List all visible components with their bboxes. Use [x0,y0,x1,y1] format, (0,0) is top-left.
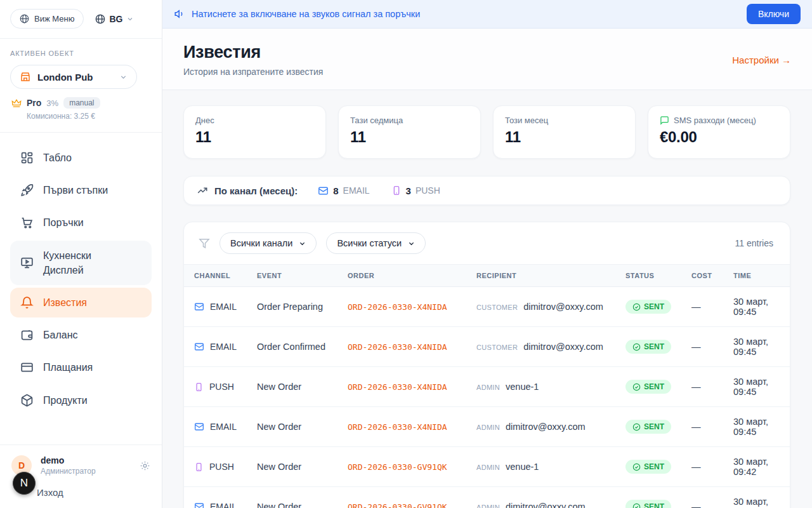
bell-icon [20,296,34,309]
sidebar-item-balance[interactable]: Баланс [10,320,152,350]
order-number[interactable]: ORD-2026-0330-X4NIDA [348,342,447,352]
event-cell: New Order [247,447,337,487]
nextjs-dev-badge[interactable]: N [13,472,36,495]
recipient-type: CUSTOMER [476,304,518,311]
table-row[interactable]: EMAIL New Order ORD-2026-0330-GV91QK ADM… [184,487,790,508]
email-count: 8 [333,185,338,196]
chevron-down-icon [126,15,134,23]
order-number[interactable]: ORD-2026-0330-X4NIDA [348,422,447,432]
settings-link[interactable]: Настройки → [732,55,791,65]
recipient-value: dimitrov@oxxy.com [523,342,603,352]
stat-label: Този месец [505,116,624,125]
message-square-icon [660,116,669,125]
sidebar: Виж Меню BG АКТИВЕН ОБЕКТ London Pub [0,0,162,508]
recipient-type: ADMIN [476,504,500,508]
event-cell: New Order [247,367,337,407]
content: Днес 11 Тази седмица 11 Този месец 11 [162,90,812,508]
sidebar-item-label: Първи стъпки [43,183,108,197]
order-number[interactable]: ORD-2026-0330-GV91QK [348,462,447,472]
venue-select[interactable]: London Pub [10,65,137,89]
stat-label: Тази седмица [350,116,469,125]
view-menu-label: Виж Меню [34,14,74,23]
view-menu-button[interactable]: Виж Меню [10,9,84,29]
recipient-value: venue-1 [506,382,539,392]
stat-value: 11 [195,128,314,146]
status-filter-select[interactable]: Всички статуси [326,232,426,254]
user-name: demo [41,455,131,465]
check-circle-icon [632,503,641,508]
plan-row: Pro 3% manual [11,97,152,109]
chevron-down-icon [299,240,306,247]
channel-label: PUSH [209,462,234,472]
sound-banner[interactable]: Натиснете за включване на звуков сигнал … [162,0,812,29]
sidebar-item-first-steps[interactable]: Първи стъпки [10,175,152,205]
sidebar-item-products[interactable]: Продукти [10,385,152,415]
enable-sound-button[interactable]: Включи [747,4,801,24]
sidebar-item-notifications[interactable]: Известия [10,288,152,318]
table-row[interactable]: EMAIL Order Preparing ORD-2026-0330-X4NI… [184,287,790,327]
page-subtitle: История на изпратените известия [183,67,732,77]
recipient-value: dimitrov@oxxy.com [523,302,603,312]
user-role: Администратор [41,467,131,476]
language-selector[interactable]: BG [95,14,134,24]
status-filter-value: Всички статуси [337,238,402,248]
sidebar-item-label: Баланс [43,328,77,342]
rocket-icon [20,184,34,197]
active-object-label: АКТИВЕН ОБЕКТ [10,50,152,57]
sidebar-item-label: Кухненски Дисплей [43,248,113,277]
dashboard-grid-icon [20,151,34,164]
check-circle-icon [632,463,641,471]
time-cell: 30 март, 09:45 [723,367,790,407]
table-body: EMAIL Order Preparing ORD-2026-0330-X4NI… [184,287,790,508]
status-badge: SENT [625,380,671,394]
cost-cell: — [681,287,723,327]
mail-icon [318,185,329,196]
smartphone-icon [194,462,204,472]
entries-count: 11 entries [735,238,780,248]
email-channel-stat: 8 EMAIL [318,185,369,196]
check-circle-icon [632,303,641,311]
table-row[interactable]: PUSH New Order ORD-2026-0330-GV91QK ADMI… [184,447,790,487]
cost-cell: — [681,447,723,487]
order-number[interactable]: ORD-2026-0330-X4NIDA [348,382,447,392]
globe-icon [20,14,29,23]
sidebar-item-kitchen-display[interactable]: Кухненски Дисплей [10,241,152,285]
check-circle-icon [632,383,641,391]
table-row[interactable]: EMAIL New Order ORD-2026-0330-X4NIDA ADM… [184,407,790,447]
sidebar-item-dashboard[interactable]: Табло [10,143,152,173]
package-icon [20,394,34,407]
status-badge: SENT [625,500,671,508]
commission-text: Комисионна: 3.25 € [27,112,152,121]
stat-value: €0.00 [660,128,778,146]
recipient-type: ADMIN [476,464,500,471]
sidebar-item-orders[interactable]: Поръчки [10,208,152,237]
sidebar-item-label: Поръчки [43,215,84,230]
sidebar-item-payments[interactable]: Плащания [10,352,152,382]
time-cell: 30 март, 09:42 [723,487,790,508]
mail-icon [194,302,204,312]
sidebar-top-bar: Виж Меню BG [0,0,162,39]
column-header-channel: CHANNEL [184,265,247,287]
sidebar-item-label: Известия [43,295,87,310]
channel-filter-select[interactable]: Всички канали [219,232,317,254]
time-cell: 30 март, 09:45 [723,327,790,367]
gear-icon[interactable] [140,460,150,471]
filter-row: Всички канали Всички статуси 11 entries [184,222,790,264]
event-cell: New Order [247,407,337,447]
recipient-value: venue-1 [506,462,539,472]
store-icon [20,71,31,83]
recipient-type: CUSTOMER [476,344,518,351]
smartphone-icon [194,382,204,392]
cost-cell: — [681,367,723,407]
table-header: CHANNEL EVENT ORDER RECIPIENT STATUS COS… [184,265,790,287]
language-code: BG [109,14,122,24]
table-row[interactable]: PUSH New Order ORD-2026-0330-X4NIDA ADMI… [184,367,790,407]
recipient-type: ADMIN [476,384,500,391]
order-number[interactable]: ORD-2026-0330-GV91QK [348,502,447,508]
channel-label: PUSH [209,382,234,392]
sidebar-footer: D demo Администратор Изход N [0,444,162,508]
table-row[interactable]: EMAIL Order Confirmed ORD-2026-0330-X4NI… [184,327,790,367]
order-number[interactable]: ORD-2026-0330-X4NIDA [348,302,447,312]
column-header-time: TIME [723,265,790,287]
main-area: Натиснете за включване на звуков сигнал … [162,0,812,508]
